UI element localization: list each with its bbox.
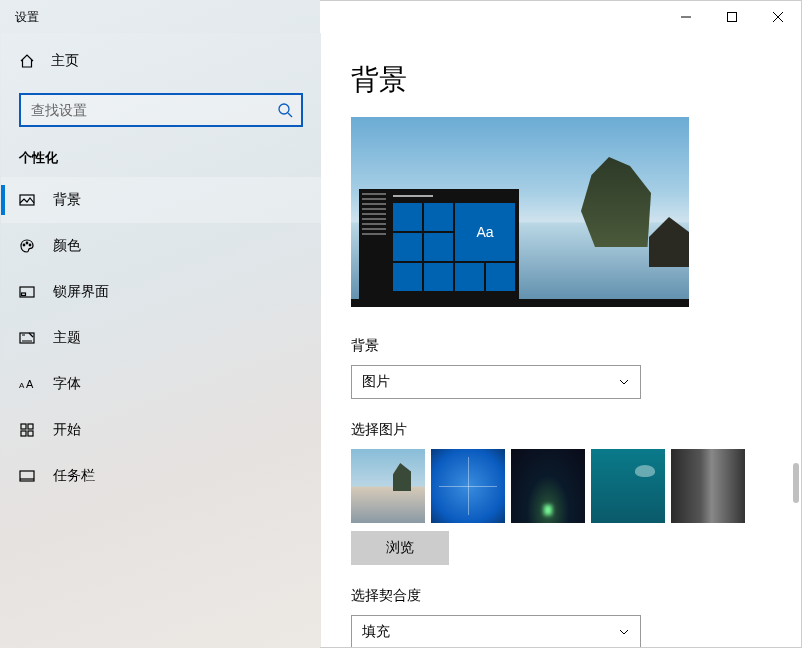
background-label: 背景 bbox=[351, 337, 771, 355]
svg-point-5 bbox=[29, 244, 31, 246]
nav-list: 背景 颜色 锁屏界面 主题 AA 字体 bbox=[1, 177, 321, 499]
svg-rect-14 bbox=[28, 431, 33, 436]
svg-rect-13 bbox=[21, 431, 26, 436]
svg-point-4 bbox=[26, 242, 28, 244]
browse-button[interactable]: 浏览 bbox=[351, 531, 449, 565]
window-title: 设置 bbox=[1, 9, 39, 26]
minimize-button[interactable] bbox=[663, 1, 709, 33]
taskbar-icon bbox=[19, 468, 35, 484]
scrollbar-thumb[interactable] bbox=[793, 463, 799, 503]
nav-start[interactable]: 开始 bbox=[1, 407, 321, 453]
nav-label: 开始 bbox=[53, 421, 81, 439]
preview-aa-tile: Aa bbox=[455, 203, 515, 261]
nav-label: 颜色 bbox=[53, 237, 81, 255]
svg-point-3 bbox=[23, 244, 25, 246]
thumbnail-3[interactable] bbox=[511, 449, 585, 523]
start-icon bbox=[19, 422, 35, 438]
section-title: 个性化 bbox=[1, 127, 321, 177]
nav-themes[interactable]: 主题 bbox=[1, 315, 321, 361]
chevron-down-icon bbox=[618, 626, 630, 638]
fit-dropdown[interactable]: 填充 bbox=[351, 615, 641, 647]
lock-screen-icon bbox=[19, 284, 35, 300]
titlebar: 设置 bbox=[1, 1, 801, 33]
svg-rect-7 bbox=[22, 293, 26, 296]
nav-taskbar[interactable]: 任务栏 bbox=[1, 453, 321, 499]
svg-point-1 bbox=[279, 104, 289, 114]
picture-icon bbox=[19, 192, 35, 208]
thumbnail-2[interactable] bbox=[431, 449, 505, 523]
preview-start-menu: Aa bbox=[359, 189, 519, 299]
theme-icon bbox=[19, 330, 35, 346]
thumbnail-1[interactable] bbox=[351, 449, 425, 523]
desktop-preview: Aa bbox=[351, 117, 689, 307]
choose-picture-label: 选择图片 bbox=[351, 421, 771, 439]
search-input-wrap[interactable] bbox=[19, 93, 303, 127]
background-dropdown-value: 图片 bbox=[362, 373, 390, 391]
content-pane: 背景 Aa bbox=[321, 33, 801, 647]
chevron-down-icon bbox=[618, 376, 630, 388]
svg-rect-11 bbox=[21, 424, 26, 429]
nav-background[interactable]: 背景 bbox=[1, 177, 321, 223]
nav-label: 主题 bbox=[53, 329, 81, 347]
nav-fonts[interactable]: AA 字体 bbox=[1, 361, 321, 407]
nav-label: 背景 bbox=[53, 191, 81, 209]
nav-label: 任务栏 bbox=[53, 467, 95, 485]
thumbnail-4[interactable] bbox=[591, 449, 665, 523]
fit-label: 选择契合度 bbox=[351, 587, 771, 605]
nav-label: 锁屏界面 bbox=[53, 283, 109, 301]
sidebar: 主页 个性化 背景 颜色 锁屏界面 bbox=[1, 33, 321, 647]
fit-dropdown-value: 填充 bbox=[362, 623, 390, 641]
nav-lockscreen[interactable]: 锁屏界面 bbox=[1, 269, 321, 315]
picture-thumbnails bbox=[351, 449, 771, 523]
close-button[interactable] bbox=[755, 1, 801, 33]
svg-rect-12 bbox=[28, 424, 33, 429]
home-link[interactable]: 主页 bbox=[1, 41, 321, 81]
font-icon: AA bbox=[19, 376, 35, 392]
svg-text:A: A bbox=[19, 381, 25, 390]
thumbnail-5[interactable] bbox=[671, 449, 745, 523]
search-icon bbox=[277, 102, 293, 118]
nav-colors[interactable]: 颜色 bbox=[1, 223, 321, 269]
nav-label: 字体 bbox=[53, 375, 81, 393]
maximize-button[interactable] bbox=[709, 1, 755, 33]
background-dropdown[interactable]: 图片 bbox=[351, 365, 641, 399]
svg-text:A: A bbox=[26, 378, 34, 390]
page-title: 背景 bbox=[351, 61, 771, 99]
search-input[interactable] bbox=[31, 102, 277, 118]
palette-icon bbox=[19, 238, 35, 254]
svg-rect-0 bbox=[728, 13, 737, 22]
home-icon bbox=[19, 53, 35, 69]
home-label: 主页 bbox=[51, 52, 79, 70]
